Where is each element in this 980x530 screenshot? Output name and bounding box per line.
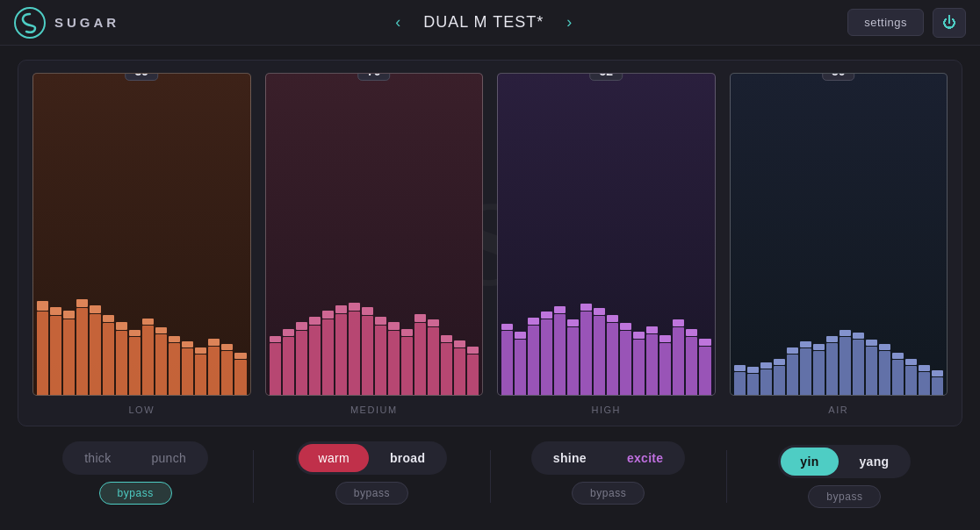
bypass-btn-air-ctrl[interactable]: bypass (808, 485, 881, 508)
settings-button[interactable]: settings (847, 9, 924, 36)
bar-main (414, 323, 426, 395)
band-label-medium: MEDIUM (265, 401, 484, 415)
band-label-low: LOW (32, 401, 251, 415)
bar-main (826, 343, 838, 395)
bar-wrap (826, 336, 838, 395)
bar-main (90, 314, 101, 395)
bar-wrap (129, 330, 141, 395)
bar-main (919, 372, 930, 395)
bar-wrap (839, 330, 851, 395)
toggle-group-air-ctrl: yinyang (778, 445, 911, 478)
bar-top (839, 330, 851, 336)
bar-wrap (270, 336, 281, 395)
toggle-btn-broad[interactable]: broad (371, 444, 444, 472)
bar-top (853, 333, 864, 339)
bar-main (270, 343, 281, 395)
bar-main (63, 319, 75, 395)
bar-wrap (103, 315, 114, 395)
header-center: ‹ DUAL M TEST* › (388, 10, 579, 35)
bar-top (659, 335, 671, 342)
bar-wrap (195, 347, 206, 395)
bar-wrap (441, 335, 452, 395)
bar-main (428, 327, 439, 395)
band-section-low: 39LOW (27, 69, 256, 417)
main-area: S 39LOW70MEDIUM52HIGH50AIR thickpunchbyp… (0, 46, 980, 530)
toggle-group-medium-ctrl: warmbroad (296, 441, 447, 475)
bar-wrap (155, 327, 167, 395)
toggle-btn-yang[interactable]: yang (840, 448, 909, 476)
bar-top (221, 344, 233, 350)
bar-top (414, 314, 426, 322)
bar-wrap (63, 311, 75, 395)
bar-top (826, 336, 838, 342)
toggle-btn-excite[interactable]: excite (608, 444, 683, 472)
bar-main (129, 337, 141, 395)
bar-top (454, 340, 465, 347)
bar-wrap (221, 344, 233, 395)
toggle-btn-shine[interactable]: shine (534, 444, 606, 472)
prev-preset-button[interactable]: ‹ (388, 10, 407, 35)
bar-main (839, 337, 851, 395)
toggle-btn-yin[interactable]: yin (781, 448, 838, 476)
power-icon: ⏻ (942, 15, 956, 31)
bar-top (580, 304, 592, 311)
bar-wrap (454, 340, 465, 395)
bar-main (208, 347, 220, 395)
band-controls-high-ctrl: shineexcitebypass (491, 441, 726, 512)
bar-main (607, 323, 618, 395)
bar-top (554, 306, 566, 313)
bar-main (182, 348, 193, 395)
bar-wrap (673, 319, 684, 395)
bar-top (919, 365, 930, 371)
bypass-btn-low-ctrl[interactable]: bypass (99, 482, 172, 505)
bar-wrap (774, 359, 785, 395)
band-section-air: 50AIR (724, 69, 954, 417)
bar-wrap (813, 344, 825, 395)
bar-wrap (787, 347, 798, 395)
bar-top (116, 322, 127, 330)
bypass-btn-high-ctrl[interactable]: bypass (572, 482, 645, 505)
bar-wrap (182, 341, 193, 395)
bar-wrap (607, 315, 618, 395)
bar-main (37, 312, 48, 395)
bar-top (686, 329, 697, 336)
bar-top (155, 327, 167, 333)
toggle-group-low-ctrl: thickpunch (62, 441, 208, 475)
bar-top (787, 347, 798, 354)
bar-main (853, 340, 864, 395)
bar-wrap (866, 340, 877, 395)
power-button[interactable]: ⏻ (933, 8, 966, 38)
bar-top (428, 319, 439, 326)
bar-wrap (501, 324, 513, 395)
toggle-btn-warm[interactable]: warm (299, 444, 368, 472)
bar-wrap (747, 367, 759, 395)
bar-wrap (169, 336, 180, 395)
bar-top (747, 367, 759, 373)
bar-main (554, 314, 566, 395)
bypass-btn-medium-ctrl[interactable]: bypass (335, 482, 408, 505)
bar-top (699, 339, 710, 346)
bar-main (620, 331, 631, 395)
bar-wrap (800, 341, 811, 395)
band-value-air: 50 (822, 73, 855, 81)
bar-top (335, 305, 347, 313)
bar-main (787, 355, 798, 395)
bar-wrap (90, 305, 101, 395)
bar-main (932, 377, 943, 395)
next-preset-button[interactable]: › (559, 10, 579, 35)
preset-title: DUAL M TEST* (423, 13, 544, 32)
toggle-btn-thick[interactable]: thick (65, 444, 130, 472)
bar-wrap (467, 347, 479, 395)
bar-main (234, 360, 246, 395)
bar-main (116, 331, 127, 395)
bar-wrap (541, 312, 552, 395)
bar-top (90, 305, 101, 313)
toggle-btn-punch[interactable]: punch (132, 444, 205, 472)
bar-main (335, 314, 347, 395)
bar-wrap (620, 323, 631, 395)
bar-top (63, 311, 75, 319)
bar-wrap (734, 365, 746, 395)
band-box-low: 39 (32, 73, 251, 396)
band-label-air: AIR (730, 401, 948, 415)
bar-wrap (580, 304, 592, 395)
